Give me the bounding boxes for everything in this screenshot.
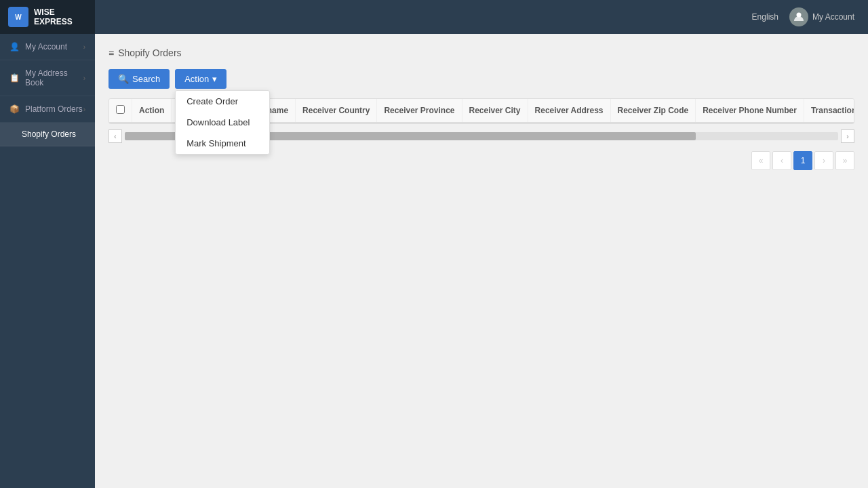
action-button[interactable]: Action ▾ (175, 69, 226, 89)
page-header: ≡ Shopify Orders (108, 47, 854, 58)
chevron-right-icon: › (83, 75, 85, 82)
topbar: English My Account (95, 0, 868, 34)
language-selector[interactable]: English (752, 12, 778, 22)
account-icon: 👤 (9, 42, 20, 52)
sidebar-item-my-address-book[interactable]: 📋 My Address Book › (0, 60, 95, 96)
page-title-icon: ≡ (108, 47, 114, 58)
sidebar-item-label: My Address Book (25, 68, 83, 87)
col-receiver-province: Receiver Province (377, 99, 462, 123)
select-all-checkbox[interactable] (116, 105, 125, 114)
sidebar-item-label: My Account (25, 42, 67, 52)
action-dropdown-menu: Create Order Download Label Mark Shipmen… (175, 90, 270, 155)
dropdown-item-download-label[interactable]: Download Label (176, 112, 269, 133)
col-transaction-value: Transaction Value (804, 99, 854, 123)
scroll-right-btn[interactable]: › (841, 129, 854, 143)
col-receiver-city: Receiver City (462, 99, 528, 123)
action-dropdown-container: Action ▾ Create Order Download Label Mar… (175, 69, 226, 89)
avatar (789, 7, 808, 26)
sidebar-nav: 👤 My Account › 📋 My Address Book › 📦 Pla… (0, 34, 95, 146)
sidebar-item-my-account[interactable]: 👤 My Account › (0, 34, 95, 60)
page-title: Shopify Orders (118, 47, 181, 58)
dropdown-item-mark-shipment[interactable]: Mark Shipment (176, 133, 269, 154)
platform-orders-icon: 📦 (9, 104, 20, 114)
col-receiver-phone: Receiver Phone Number (696, 99, 804, 123)
page-first-btn[interactable]: « (751, 151, 770, 170)
page-prev-btn[interactable]: ‹ (772, 151, 791, 170)
col-action: Action (132, 99, 172, 123)
sidebar-item-shopify-orders[interactable]: Shopify Orders (0, 123, 95, 146)
search-button[interactable]: 🔍 Search (108, 69, 170, 89)
col-receiver-zip: Receiver Zip Code (610, 99, 696, 123)
sidebar-item-label: Shopify Orders (22, 129, 76, 139)
dropdown-item-create-order[interactable]: Create Order (176, 91, 269, 112)
address-book-icon: 📋 (9, 73, 20, 83)
main-content: English My Account ≡ Shopify Orders 🔍 Se… (95, 0, 868, 488)
sidebar-item-label: Platform Orders (25, 104, 83, 114)
col-checkbox (109, 99, 132, 123)
logo[interactable]: W WISE EXPRESS (0, 0, 95, 34)
chevron-right-icon: › (83, 106, 85, 113)
col-receiver-address: Receiver Address (528, 99, 610, 123)
sidebar: W WISE EXPRESS 👤 My Account › 📋 My Addre… (0, 0, 95, 488)
col-receiver-country: Receiver Country (296, 99, 377, 123)
chevron-right-icon: › (83, 43, 85, 51)
page-last-btn[interactable]: » (835, 151, 854, 170)
search-icon: 🔍 (118, 74, 129, 84)
sidebar-item-platform-orders[interactable]: 📦 Platform Orders › (0, 96, 95, 123)
caret-down-icon: ▾ (212, 74, 217, 84)
logo-text: WISE EXPRESS (34, 7, 73, 27)
logo-icon: W (8, 7, 28, 27)
page-1-btn[interactable]: 1 (793, 151, 812, 170)
scroll-left-btn[interactable]: ‹ (108, 129, 122, 143)
toolbar: 🔍 Search Action ▾ Create Order Download … (108, 69, 854, 89)
user-menu[interactable]: My Account (789, 7, 854, 26)
page-next-btn[interactable]: › (814, 151, 833, 170)
page-content: ≡ Shopify Orders 🔍 Search Action ▾ Creat… (95, 34, 868, 488)
